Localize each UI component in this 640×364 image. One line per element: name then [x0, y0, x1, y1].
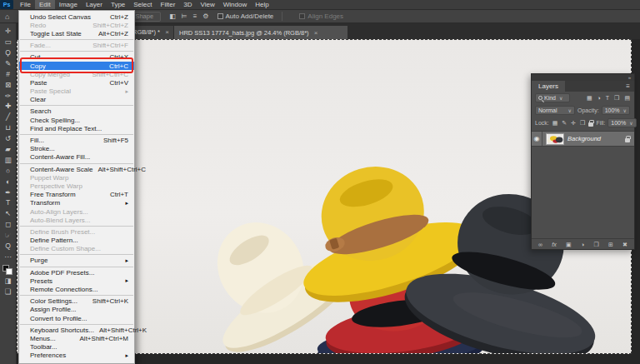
menu-item-convert-to-profile[interactable]: Convert to Profile... — [19, 314, 134, 322]
layer-lock-icon[interactable] — [625, 138, 630, 142]
menu-item-define-custom-shape[interactable]: Define Custom Shape... — [19, 245, 134, 253]
menubar-item-view[interactable]: View — [197, 0, 219, 9]
move-tool[interactable]: ✛ — [1, 26, 16, 37]
menubar-item-filter[interactable]: Filter — [157, 0, 180, 9]
menu-item-fill[interactable]: Fill...Shift+F5 — [19, 136, 134, 144]
layer-mask-icon[interactable]: ▣ — [565, 242, 572, 247]
menu-item-stroke[interactable]: Stroke... — [19, 145, 134, 153]
brush-tool[interactable]: ╱ — [1, 112, 16, 122]
shape-filter-icon[interactable]: ❒ — [613, 95, 620, 101]
menu-item-undo-select-canvas[interactable]: Undo Select CanvasCtrl+Z — [19, 12, 134, 21]
quick-selection-tool[interactable]: ✎ — [1, 58, 16, 69]
layer-effects-icon[interactable]: fx — [551, 242, 557, 247]
eyedropper-tool[interactable]: ✑ — [1, 90, 16, 101]
layer-row-background[interactable]: ◉ Background — [532, 131, 634, 147]
menubar-item-select[interactable]: Select — [129, 0, 156, 9]
opacity-dropdown[interactable]: 100% ∨ — [602, 106, 630, 115]
menu-item-content-aware-fill[interactable]: Content-Aware Fill... — [19, 153, 134, 162]
layer-thumbnail[interactable] — [546, 133, 564, 145]
screen-mode-icon[interactable]: ❏ — [1, 286, 16, 297]
menu-item-find-and-replace-text[interactable]: Find and Replace Text... — [19, 124, 134, 132]
gradient-tool[interactable]: ▥ — [1, 155, 16, 166]
menu-item-paste-special[interactable]: Paste Special▸ — [19, 87, 134, 96]
lock-all-icon[interactable] — [588, 122, 593, 127]
menu-item-adobe-pdf-presets[interactable]: Adobe PDF Presets... — [19, 268, 134, 277]
lock-pixels-icon[interactable]: ✎ — [561, 120, 568, 126]
tab-layers[interactable]: Layers — [532, 81, 565, 92]
path-operations-icon[interactable]: ◧ — [169, 12, 176, 20]
close-tab-icon[interactable]: × — [314, 29, 318, 37]
menu-item-free-transform[interactable]: Free TransformCtrl+T — [19, 191, 134, 199]
lasso-tool[interactable]: Ϙ — [1, 47, 16, 58]
lock-transparency-icon[interactable]: ▦ — [552, 120, 559, 126]
menu-item-copy[interactable]: CopyCtrl+C — [19, 62, 134, 70]
pixel-filter-icon[interactable]: ▦ — [586, 95, 593, 101]
menu-item-keyboard-shortcuts[interactable]: Keyboard Shortcuts...Alt+Shift+Ctrl+K — [19, 326, 134, 334]
layer-visibility-eye-icon[interactable]: ◉ — [532, 132, 542, 146]
menu-item-paste[interactable]: PasteCtrl+V — [19, 78, 134, 87]
auto-add-delete-checkbox[interactable] — [218, 13, 223, 19]
align-edges-checkbox[interactable] — [299, 13, 305, 19]
menu-item-check-spelling[interactable]: Check Spelling... — [19, 116, 134, 124]
menu-item-assign-profile[interactable]: Assign Profile... — [19, 306, 134, 314]
menu-item-define-brush-preset[interactable]: Define Brush Preset... — [19, 227, 134, 236]
shape-tool[interactable]: ◻ — [1, 219, 16, 230]
menu-item-purge[interactable]: Purge▸ — [19, 257, 134, 265]
hand-tool[interactable]: ☞ — [1, 230, 16, 241]
menubar-item-type[interactable]: Type — [107, 0, 129, 9]
close-tab-icon[interactable]: × — [165, 26, 169, 39]
path-alignment-icon[interactable]: ⊨ — [182, 12, 188, 20]
smart-object-filter-icon[interactable]: ▤ — [623, 95, 631, 101]
menu-item-define-pattern[interactable]: Define Pattern... — [19, 237, 134, 245]
color-swatches[interactable] — [2, 265, 13, 276]
zoom-tool[interactable]: Q — [1, 241, 16, 252]
menubar-item-file[interactable]: File — [16, 0, 35, 9]
menu-item-perspective-warp[interactable]: Perspective Warp — [19, 182, 134, 190]
menu-item-cut[interactable]: CutCtrl+X — [19, 53, 134, 62]
collapse-panel-icon[interactable]: » — [628, 74, 631, 81]
menu-item-search[interactable]: Search — [19, 107, 134, 116]
link-layers-icon[interactable]: ∞ — [538, 242, 543, 247]
menu-item-content-aware-scale[interactable]: Content-Aware ScaleAlt+Shift+Ctrl+C — [19, 165, 134, 173]
fill-dropdown[interactable]: 100% ∨ — [608, 118, 636, 127]
menu-item-menus[interactable]: Menus...Alt+Shift+Ctrl+M — [19, 334, 134, 342]
panel-menu-icon[interactable]: ≡ — [622, 81, 634, 92]
blur-tool[interactable]: ○ — [1, 166, 16, 177]
menu-item-transform[interactable]: Transform▸ — [19, 199, 134, 207]
menu-item-color-settings[interactable]: Color Settings...Shift+Ctrl+K — [19, 297, 134, 306]
type-filter-icon[interactable]: T — [605, 95, 610, 101]
menubar-item-layer[interactable]: Layer — [82, 0, 107, 9]
menubar-item-image[interactable]: Image — [55, 0, 82, 9]
type-tool[interactable]: T — [1, 197, 16, 208]
path-arrangement-icon[interactable]: ≡ — [193, 12, 198, 20]
menu-item-presets[interactable]: Presets▸ — [19, 277, 134, 285]
menubar-item-window[interactable]: Window — [219, 0, 251, 9]
quick-mask-icon[interactable]: ◨ — [1, 276, 16, 287]
marquee-tool[interactable]: ▭ — [1, 37, 16, 47]
adjustment-layer-icon[interactable]: ◑ — [580, 242, 585, 247]
gear-icon[interactable]: ⚙ — [202, 12, 208, 20]
menubar-item-edit[interactable]: Edit — [35, 0, 55, 9]
menu-item-preferences[interactable]: Preferences▸ — [19, 352, 134, 360]
clone-stamp-tool[interactable]: ⊔ — [1, 122, 16, 133]
adjustment-filter-icon[interactable]: ◑ — [597, 95, 602, 101]
path-selection-tool[interactable]: ↖ — [1, 208, 16, 219]
edit-toolbar-icon[interactable]: ⋯ — [1, 252, 16, 262]
dodge-tool[interactable]: ◐ — [1, 176, 16, 187]
lock-artboard-icon[interactable]: ❒ — [579, 120, 586, 126]
menu-item-toggle-last-state[interactable]: Toggle Last StateAlt+Ctrl+Z — [19, 29, 134, 37]
eraser-tool[interactable]: ▰ — [1, 144, 16, 155]
home-icon[interactable]: ⌂ — [5, 12, 9, 21]
new-layer-icon[interactable]: ⊞ — [608, 242, 614, 247]
frame-tool[interactable]: ⊠ — [1, 79, 16, 90]
active-document-tab[interactable]: HRD SS13 17774_hats.jpg @ 24.4% (RGB/8*)… — [174, 26, 348, 39]
menu-item-redo[interactable]: RedoShift+Ctrl+Z — [19, 21, 134, 29]
menu-item-remote-connections[interactable]: Remote Connections... — [19, 285, 134, 293]
healing-brush-tool[interactable]: ✚ — [1, 101, 16, 112]
history-brush-tool[interactable]: ↺ — [1, 133, 16, 144]
crop-tool[interactable]: # — [1, 69, 16, 80]
lock-position-icon[interactable]: ✛ — [570, 120, 577, 126]
menu-item-copy-merged[interactable]: Copy MergedShift+Ctrl+C — [19, 70, 134, 78]
blend-mode-dropdown[interactable]: Normal ∨ — [535, 106, 575, 115]
layer-group-icon[interactable]: ❒ — [592, 242, 599, 247]
